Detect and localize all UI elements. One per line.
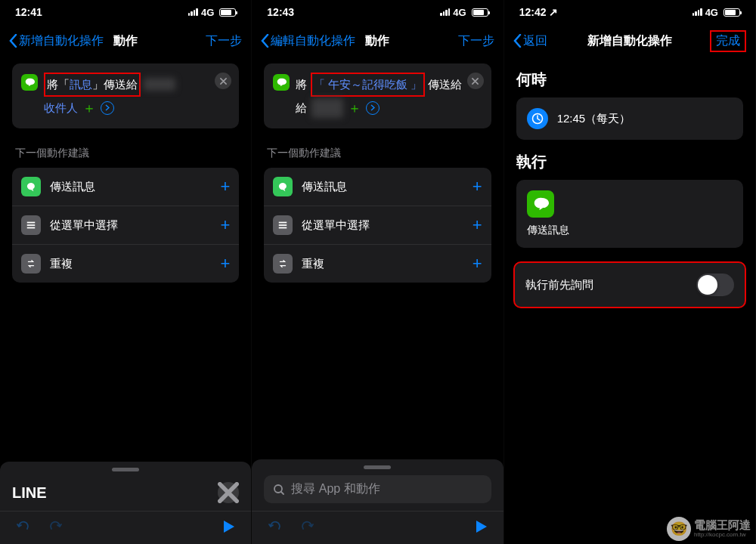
status-bar: 12:42 ↗ 4G bbox=[504, 0, 755, 24]
action-card[interactable]: 將 「 午安～記得吃飯 」 傳送給 給 xxxx ＋ bbox=[264, 63, 491, 128]
svg-rect-2 bbox=[27, 227, 36, 229]
expand-icon[interactable] bbox=[366, 101, 380, 115]
when-header: 何時 bbox=[516, 70, 755, 90]
phone-1: 12:41 4G 新增自動化操作 動作 下一步 將「訊息」傳送給 xxxx 收件… bbox=[0, 0, 252, 544]
redo-icon[interactable] bbox=[299, 518, 315, 538]
action-text: 將 「 午安～記得吃飯 」 傳送給 給 xxxx ＋ bbox=[296, 73, 482, 119]
recipient-token[interactable]: 收件人 bbox=[44, 98, 78, 118]
nav-bar: 編輯自動化操作 動作 下一步 bbox=[252, 24, 503, 57]
expand-icon[interactable] bbox=[101, 101, 114, 115]
nav-bar: 新增自動化操作 動作 下一步 bbox=[0, 24, 251, 57]
chevron-left-icon bbox=[513, 34, 522, 48]
next-button[interactable]: 下一步 bbox=[206, 33, 242, 49]
svg-rect-4 bbox=[279, 224, 287, 226]
bottom-sheet[interactable]: LINE bbox=[0, 462, 251, 511]
svg-rect-1 bbox=[27, 224, 36, 226]
line-app-icon bbox=[527, 190, 554, 218]
back-button[interactable]: 編輯自動化操作 bbox=[261, 33, 355, 49]
back-button[interactable]: 返回 bbox=[513, 33, 547, 49]
suggestion-item[interactable]: 傳送訊息 + bbox=[12, 168, 239, 206]
line-app-icon bbox=[273, 74, 290, 91]
phone-3: 12:42 ↗ 4G 返回 新增自動化操作 完成 何時 12:45（每天） 執行… bbox=[504, 0, 756, 544]
action-text: 將「訊息」傳送給 xxxx 收件人 ＋ bbox=[44, 73, 230, 119]
undo-icon[interactable] bbox=[267, 518, 284, 538]
status-time: 12:43 bbox=[267, 6, 294, 18]
suggestions-header: 下一個動作建議 bbox=[15, 147, 239, 160]
location-icon: ↗ bbox=[549, 6, 558, 18]
toolbar bbox=[0, 511, 251, 544]
chevron-left-icon bbox=[261, 34, 269, 48]
status-bar: 12:43 4G bbox=[252, 0, 503, 24]
clock-icon bbox=[527, 108, 548, 129]
ask-toggle[interactable] bbox=[696, 274, 734, 296]
exec-header: 執行 bbox=[516, 152, 755, 172]
suggestions-header: 下一個動作建議 bbox=[267, 147, 491, 160]
suggestions-list: 傳送訊息 + 從選單中選擇 + 重複 + bbox=[264, 168, 491, 283]
ask-before-row[interactable]: 執行前先詢問 bbox=[513, 261, 746, 308]
action-card[interactable]: 將「訊息」傳送給 xxxx 收件人 ＋ bbox=[12, 63, 239, 128]
line-app-icon bbox=[21, 74, 38, 91]
add-suggestion-icon[interactable]: + bbox=[220, 254, 230, 274]
sheet-title: LINE bbox=[12, 484, 47, 502]
close-sheet-button[interactable] bbox=[218, 482, 239, 503]
message-icon bbox=[21, 177, 41, 196]
message-icon bbox=[273, 177, 293, 196]
nav-title: 新增自動化操作 bbox=[587, 33, 672, 49]
signal-icon bbox=[692, 8, 702, 16]
sheet-handle[interactable] bbox=[364, 465, 391, 469]
back-button[interactable]: 新增自動化操作 bbox=[9, 33, 104, 49]
add-suggestion-icon[interactable]: + bbox=[220, 177, 230, 196]
add-suggestion-icon[interactable]: + bbox=[220, 215, 230, 235]
suggestion-item[interactable]: 重複 + bbox=[12, 245, 239, 283]
when-value: 12:45（每天） bbox=[557, 112, 631, 126]
suggestions-list: 傳送訊息 + 從選單中選擇 + 重複 + bbox=[12, 168, 239, 283]
recipient-blur: xxxx bbox=[311, 98, 343, 118]
battery-icon bbox=[219, 8, 236, 17]
run-button[interactable] bbox=[473, 519, 488, 537]
battery-icon bbox=[723, 8, 740, 17]
search-input[interactable]: 搜尋 App 和動作 bbox=[264, 475, 491, 503]
remove-action-button[interactable] bbox=[467, 73, 484, 89]
exec-value: 傳送訊息 bbox=[527, 224, 733, 237]
suggestion-item[interactable]: 傳送訊息 + bbox=[264, 168, 491, 206]
chevron-left-icon bbox=[9, 34, 17, 48]
watermark-icon: 🤓 bbox=[667, 517, 691, 541]
suggestion-item[interactable]: 重複 + bbox=[264, 245, 491, 283]
repeat-icon bbox=[273, 254, 293, 274]
ask-label: 執行前先詢問 bbox=[525, 278, 593, 292]
status-time: 12:42 bbox=[519, 6, 547, 18]
done-button[interactable]: 完成 bbox=[710, 30, 746, 52]
status-time: 12:41 bbox=[15, 6, 42, 18]
battery-icon bbox=[472, 8, 488, 17]
suggestion-item[interactable]: 從選單中選擇 + bbox=[12, 206, 239, 245]
recipient-blur: xxxx bbox=[144, 78, 175, 91]
menu-icon bbox=[273, 215, 293, 235]
svg-rect-0 bbox=[27, 222, 36, 224]
toolbar bbox=[252, 511, 503, 544]
nav-title: 動作 bbox=[365, 33, 389, 49]
menu-icon bbox=[21, 215, 41, 235]
message-token[interactable]: 「 午安～記得吃飯 」 bbox=[314, 78, 422, 91]
nav-title: 動作 bbox=[113, 33, 138, 49]
signal-icon bbox=[440, 8, 450, 16]
run-button[interactable] bbox=[221, 519, 236, 537]
message-token[interactable]: 訊息 bbox=[70, 78, 92, 91]
network-label: 4G bbox=[201, 7, 214, 18]
undo-icon[interactable] bbox=[15, 518, 32, 538]
bottom-sheet[interactable]: 搜尋 App 和動作 bbox=[252, 459, 503, 511]
nav-bar: 返回 新增自動化操作 完成 bbox=[504, 24, 755, 57]
add-icon[interactable]: ＋ bbox=[348, 97, 361, 120]
repeat-icon bbox=[21, 254, 41, 274]
svg-rect-3 bbox=[279, 222, 287, 224]
add-icon[interactable]: ＋ bbox=[82, 97, 96, 120]
signal-icon bbox=[188, 8, 198, 16]
exec-card[interactable]: 傳送訊息 bbox=[516, 180, 743, 248]
search-placeholder: 搜尋 App 和動作 bbox=[291, 481, 380, 497]
next-button[interactable]: 下一步 bbox=[458, 33, 494, 49]
search-icon bbox=[273, 484, 285, 496]
sheet-handle[interactable] bbox=[112, 468, 139, 471]
svg-rect-5 bbox=[279, 227, 287, 229]
when-card[interactable]: 12:45（每天） bbox=[516, 97, 743, 140]
suggestion-item[interactable]: 從選單中選擇 + bbox=[264, 206, 491, 245]
redo-icon[interactable] bbox=[47, 518, 64, 538]
